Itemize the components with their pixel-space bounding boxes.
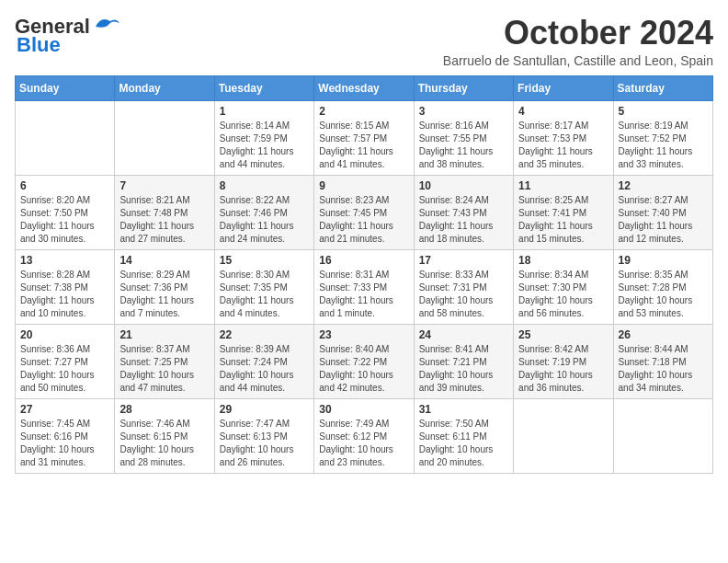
day-info: Sunrise: 8:37 AM Sunset: 7:25 PM Dayligh… xyxy=(119,343,209,395)
calendar-cell: 6Sunrise: 8:20 AM Sunset: 7:50 PM Daylig… xyxy=(16,175,115,249)
calendar-cell: 14Sunrise: 8:29 AM Sunset: 7:36 PM Dayli… xyxy=(115,249,214,324)
calendar-cell: 8Sunrise: 8:22 AM Sunset: 7:46 PM Daylig… xyxy=(214,175,313,249)
calendar-cell: 20Sunrise: 8:36 AM Sunset: 7:27 PM Dayli… xyxy=(16,324,115,398)
calendar-cell: 15Sunrise: 8:30 AM Sunset: 7:35 PM Dayli… xyxy=(214,249,313,324)
day-info: Sunrise: 8:33 AM Sunset: 7:31 PM Dayligh… xyxy=(419,269,508,320)
day-number: 4 xyxy=(518,105,608,118)
weekday-header-saturday: Saturday xyxy=(613,75,712,100)
logo: General Blue xyxy=(15,15,121,57)
weekday-header-sunday: Sunday xyxy=(16,75,115,100)
day-info: Sunrise: 8:16 AM Sunset: 7:55 PM Dayligh… xyxy=(419,120,508,171)
day-info: Sunrise: 8:20 AM Sunset: 7:50 PM Dayligh… xyxy=(20,194,109,246)
calendar-cell: 21Sunrise: 8:37 AM Sunset: 7:25 PM Dayli… xyxy=(115,324,214,398)
day-info: Sunrise: 8:28 AM Sunset: 7:38 PM Dayligh… xyxy=(20,269,109,320)
day-info: Sunrise: 8:24 AM Sunset: 7:43 PM Dayligh… xyxy=(419,194,508,246)
day-info: Sunrise: 7:50 AM Sunset: 6:11 PM Dayligh… xyxy=(419,418,508,469)
day-info: Sunrise: 8:19 AM Sunset: 7:52 PM Dayligh… xyxy=(619,120,708,171)
day-number: 23 xyxy=(319,328,408,341)
day-number: 13 xyxy=(20,254,109,267)
day-number: 20 xyxy=(20,328,109,341)
logo-bird-icon xyxy=(92,14,121,32)
weekday-header-thursday: Thursday xyxy=(414,75,513,100)
calendar-cell: 25Sunrise: 8:42 AM Sunset: 7:19 PM Dayli… xyxy=(514,324,613,398)
day-info: Sunrise: 8:22 AM Sunset: 7:46 PM Dayligh… xyxy=(220,194,309,246)
calendar-cell: 18Sunrise: 8:34 AM Sunset: 7:30 PM Dayli… xyxy=(514,249,613,324)
calendar-week-row: 1Sunrise: 8:14 AM Sunset: 7:59 PM Daylig… xyxy=(16,100,713,175)
calendar-week-row: 13Sunrise: 8:28 AM Sunset: 7:38 PM Dayli… xyxy=(16,249,713,324)
header: General Blue October 2024 Barruelo de Sa… xyxy=(15,15,713,68)
day-number: 24 xyxy=(419,328,508,341)
weekday-header-wednesday: Wednesday xyxy=(314,75,414,100)
day-info: Sunrise: 8:30 AM Sunset: 7:35 PM Dayligh… xyxy=(220,269,309,320)
calendar-cell: 1Sunrise: 8:14 AM Sunset: 7:59 PM Daylig… xyxy=(214,100,313,175)
day-number: 11 xyxy=(518,179,608,192)
day-number: 21 xyxy=(119,328,209,341)
calendar-cell: 30Sunrise: 7:49 AM Sunset: 6:12 PM Dayli… xyxy=(314,398,414,473)
calendar-cell: 2Sunrise: 8:15 AM Sunset: 7:57 PM Daylig… xyxy=(314,100,414,175)
logo-blue: Blue xyxy=(17,33,61,57)
calendar-cell: 24Sunrise: 8:41 AM Sunset: 7:21 PM Dayli… xyxy=(414,324,513,398)
day-info: Sunrise: 8:36 AM Sunset: 7:27 PM Dayligh… xyxy=(20,343,109,395)
calendar-cell: 9Sunrise: 8:23 AM Sunset: 7:45 PM Daylig… xyxy=(314,175,414,249)
calendar-cell: 11Sunrise: 8:25 AM Sunset: 7:41 PM Dayli… xyxy=(514,175,613,249)
day-info: Sunrise: 8:41 AM Sunset: 7:21 PM Dayligh… xyxy=(419,343,508,395)
day-number: 7 xyxy=(119,179,209,192)
calendar-cell: 5Sunrise: 8:19 AM Sunset: 7:52 PM Daylig… xyxy=(613,100,712,175)
day-number: 8 xyxy=(220,179,309,192)
day-number: 12 xyxy=(619,179,708,192)
calendar-cell: 16Sunrise: 8:31 AM Sunset: 7:33 PM Dayli… xyxy=(314,249,414,324)
day-info: Sunrise: 8:34 AM Sunset: 7:30 PM Dayligh… xyxy=(518,269,608,320)
calendar-cell: 10Sunrise: 8:24 AM Sunset: 7:43 PM Dayli… xyxy=(414,175,513,249)
calendar-table: SundayMondayTuesdayWednesdayThursdayFrid… xyxy=(15,75,713,474)
calendar-cell: 13Sunrise: 8:28 AM Sunset: 7:38 PM Dayli… xyxy=(16,249,115,324)
day-number: 14 xyxy=(119,254,209,267)
day-info: Sunrise: 7:46 AM Sunset: 6:15 PM Dayligh… xyxy=(119,418,209,469)
weekday-header-monday: Monday xyxy=(115,75,214,100)
day-number: 25 xyxy=(518,328,608,341)
calendar-week-row: 20Sunrise: 8:36 AM Sunset: 7:27 PM Dayli… xyxy=(16,324,713,398)
month-title: October 2024 xyxy=(443,15,713,52)
calendar-cell: 4Sunrise: 8:17 AM Sunset: 7:53 PM Daylig… xyxy=(514,100,613,175)
calendar-cell xyxy=(613,398,712,473)
day-number: 3 xyxy=(419,105,508,118)
day-number: 15 xyxy=(220,254,309,267)
calendar-cell xyxy=(16,100,115,175)
day-number: 6 xyxy=(20,179,109,192)
day-info: Sunrise: 8:23 AM Sunset: 7:45 PM Dayligh… xyxy=(319,194,408,246)
day-number: 18 xyxy=(518,254,608,267)
calendar-cell: 27Sunrise: 7:45 AM Sunset: 6:16 PM Dayli… xyxy=(16,398,115,473)
calendar-cell: 3Sunrise: 8:16 AM Sunset: 7:55 PM Daylig… xyxy=(414,100,513,175)
day-number: 30 xyxy=(319,403,408,416)
day-info: Sunrise: 8:27 AM Sunset: 7:40 PM Dayligh… xyxy=(619,194,708,246)
calendar-cell xyxy=(115,100,214,175)
day-info: Sunrise: 8:21 AM Sunset: 7:48 PM Dayligh… xyxy=(119,194,209,246)
calendar-cell: 29Sunrise: 7:47 AM Sunset: 6:13 PM Dayli… xyxy=(214,398,313,473)
day-info: Sunrise: 8:17 AM Sunset: 7:53 PM Dayligh… xyxy=(518,120,608,171)
day-number: 31 xyxy=(419,403,508,416)
calendar-cell xyxy=(514,398,613,473)
weekday-header-tuesday: Tuesday xyxy=(214,75,313,100)
day-info: Sunrise: 7:49 AM Sunset: 6:12 PM Dayligh… xyxy=(319,418,408,469)
day-info: Sunrise: 8:14 AM Sunset: 7:59 PM Dayligh… xyxy=(220,120,309,171)
calendar-cell: 31Sunrise: 7:50 AM Sunset: 6:11 PM Dayli… xyxy=(414,398,513,473)
calendar-week-row: 6Sunrise: 8:20 AM Sunset: 7:50 PM Daylig… xyxy=(16,175,713,249)
calendar-cell: 26Sunrise: 8:44 AM Sunset: 7:18 PM Dayli… xyxy=(613,324,712,398)
day-number: 5 xyxy=(619,105,708,118)
day-info: Sunrise: 8:25 AM Sunset: 7:41 PM Dayligh… xyxy=(518,194,608,246)
day-number: 16 xyxy=(319,254,408,267)
day-info: Sunrise: 8:39 AM Sunset: 7:24 PM Dayligh… xyxy=(220,343,309,395)
calendar-cell: 19Sunrise: 8:35 AM Sunset: 7:28 PM Dayli… xyxy=(613,249,712,324)
day-number: 2 xyxy=(319,105,408,118)
day-number: 10 xyxy=(419,179,508,192)
day-number: 29 xyxy=(220,403,309,416)
day-info: Sunrise: 8:15 AM Sunset: 7:57 PM Dayligh… xyxy=(319,120,408,171)
day-number: 17 xyxy=(419,254,508,267)
day-info: Sunrise: 8:40 AM Sunset: 7:22 PM Dayligh… xyxy=(319,343,408,395)
weekday-header-row: SundayMondayTuesdayWednesdayThursdayFrid… xyxy=(16,75,713,100)
day-number: 1 xyxy=(220,105,309,118)
calendar-cell: 17Sunrise: 8:33 AM Sunset: 7:31 PM Dayli… xyxy=(414,249,513,324)
calendar-cell: 28Sunrise: 7:46 AM Sunset: 6:15 PM Dayli… xyxy=(115,398,214,473)
day-number: 19 xyxy=(619,254,708,267)
location-subtitle: Barruelo de Santullan, Castille and Leon… xyxy=(443,53,713,68)
day-info: Sunrise: 8:31 AM Sunset: 7:33 PM Dayligh… xyxy=(319,269,408,320)
